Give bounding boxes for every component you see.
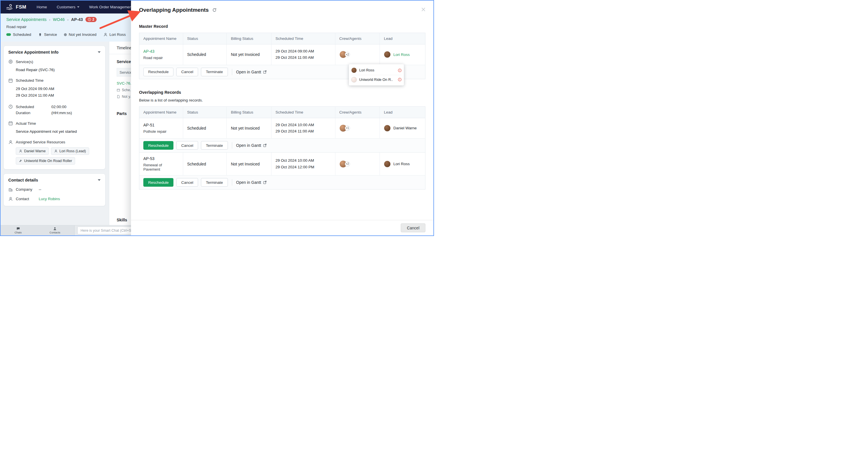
cancel-button[interactable]: Cancel bbox=[176, 141, 198, 150]
field-services: Service(s) Road Repair (SVC-76) bbox=[8, 59, 101, 73]
brand[interactable]: FSM bbox=[6, 3, 26, 11]
lead-name: Daniel Warne bbox=[393, 126, 416, 130]
brand-name: FSM bbox=[16, 4, 26, 10]
scheduled-end: 29 Oct 2024 11:00 AM bbox=[276, 55, 331, 61]
info-icon bbox=[88, 18, 91, 21]
scheduled-start: 29 Oct 2024 09:00 AM bbox=[276, 48, 331, 55]
col-scheduled-time: Scheduled Time bbox=[272, 33, 335, 45]
crew-avatars[interactable]: +2 bbox=[339, 160, 376, 168]
lead-name: Lori Ross bbox=[393, 162, 410, 166]
external-link-icon bbox=[263, 181, 267, 184]
breadcrumb-service-appointments[interactable]: Service Appointments bbox=[6, 17, 46, 22]
status-value: Scheduled bbox=[183, 152, 227, 176]
app-window: FSM Home Customers Work Order Management… bbox=[0, 0, 434, 236]
close-button[interactable] bbox=[421, 7, 426, 13]
field-scheduled-time: Scheduled Time 29 Oct 2024 09:00 AM 29 O… bbox=[8, 78, 101, 99]
terminate-button[interactable]: Terminate bbox=[201, 141, 227, 150]
breadcrumb-wo46[interactable]: WO46 bbox=[53, 17, 65, 22]
contact-link[interactable]: Lucy Robins bbox=[39, 197, 60, 201]
open-in-gantt-link[interactable]: Open in Gantt bbox=[236, 70, 267, 74]
terminate-button[interactable]: Terminate bbox=[201, 68, 227, 76]
crew-more-badge[interactable]: +2 bbox=[345, 52, 350, 57]
person-icon bbox=[8, 197, 13, 201]
contacts-button[interactable]: Contacts bbox=[50, 227, 61, 234]
status-pill-icon bbox=[6, 33, 11, 36]
resource-chip[interactable]: Daniel Warne bbox=[16, 147, 49, 155]
reschedule-button[interactable]: Reschedule bbox=[143, 141, 174, 150]
services-value: Road Repair (SVC-76) bbox=[16, 66, 101, 73]
breadcrumb-separator bbox=[49, 18, 50, 22]
col-crew-agents: Crew/Agents bbox=[335, 33, 380, 45]
open-in-gantt-link[interactable]: Open in Gantt bbox=[236, 143, 267, 148]
dialog-cancel-button[interactable]: Cancel bbox=[401, 224, 425, 232]
crew-avatars[interactable]: +1 bbox=[339, 124, 376, 132]
billing-status: Not yet Invoiced bbox=[64, 32, 97, 37]
contacts-icon bbox=[53, 227, 57, 231]
person-icon bbox=[54, 149, 58, 153]
conflict-info-icon[interactable] bbox=[398, 78, 402, 82]
appointment-subtitle: Renewal of Pavement bbox=[143, 163, 179, 172]
nav-item-work-order-management[interactable]: Work Order Management bbox=[89, 5, 133, 9]
avatar bbox=[351, 67, 357, 73]
conflict-info-icon[interactable] bbox=[398, 68, 402, 72]
badge-icon bbox=[38, 33, 42, 37]
overlapping-records-heading: Overlapping Records bbox=[139, 90, 425, 95]
billing-value: Not yet Invoiced bbox=[227, 118, 272, 139]
avatar bbox=[384, 160, 391, 168]
record-type: Service bbox=[38, 32, 57, 37]
overlap-alert-badge[interactable]: 2 bbox=[86, 17, 97, 22]
open-in-gantt-link[interactable]: Open in Gantt bbox=[236, 180, 267, 185]
field-scheduled-duration: Scheduled Duration 02:00:00 (HH:mm:ss) bbox=[8, 104, 101, 116]
nav-item-customers[interactable]: Customers bbox=[57, 5, 80, 9]
lead-link[interactable]: Lori Ross bbox=[393, 53, 410, 57]
resource-chip[interactable]: Uniworld Ride On Road Roller bbox=[16, 157, 75, 165]
tab-timeline[interactable]: Timeline bbox=[117, 46, 131, 50]
overlap-actions-row: Reschedule Cancel Terminate Open in Gant… bbox=[139, 139, 425, 152]
avatar bbox=[384, 125, 391, 131]
appointment-link[interactable]: AP-43 bbox=[143, 49, 179, 54]
card-title: Service Appointment Info bbox=[8, 50, 59, 55]
billing-value: Not yet Invoiced bbox=[227, 152, 272, 176]
crew-popover-item[interactable]: Uniworld Ride On R.. bbox=[351, 75, 402, 84]
cancel-button[interactable]: Cancel bbox=[176, 178, 198, 187]
crew-popover-item[interactable]: Lori Ross bbox=[351, 66, 402, 75]
billing-value: Not yet Invoiced bbox=[227, 45, 272, 65]
dialog-title: Overlapping Appointments bbox=[139, 7, 209, 13]
scheduled-start: 29 Oct 2024 10:00 AM bbox=[276, 122, 331, 128]
chevron-down-icon bbox=[77, 6, 80, 8]
duration-value: 02:00:00 bbox=[51, 104, 72, 110]
dot-icon bbox=[64, 33, 67, 36]
reschedule-button[interactable]: Reschedule bbox=[143, 68, 174, 76]
reschedule-button[interactable]: Reschedule bbox=[143, 178, 174, 187]
clock-icon bbox=[8, 105, 13, 109]
scheduled-end: 29 Oct 2024 11:00 AM bbox=[276, 128, 331, 135]
crew-avatars[interactable]: +2 bbox=[339, 51, 376, 58]
cancel-button[interactable]: Cancel bbox=[176, 68, 198, 76]
dock: Chats Contacts bbox=[1, 226, 74, 235]
resource-chip[interactable]: Lori Ross (Lead) bbox=[51, 147, 89, 155]
col-billing-status: Billing Status bbox=[227, 107, 272, 118]
scheduled-time-end: 29 Oct 2024 11:00 AM bbox=[16, 92, 101, 99]
crew-more-badge[interactable]: +1 bbox=[345, 126, 350, 131]
chats-button[interactable]: Chats bbox=[14, 227, 22, 234]
calendar-icon bbox=[8, 121, 13, 126]
left-column: Service Appointment Info Service(s) Road… bbox=[3, 46, 105, 210]
collapse-chevron-icon[interactable] bbox=[98, 51, 101, 53]
refresh-button[interactable] bbox=[212, 8, 217, 12]
person-icon bbox=[19, 149, 22, 153]
avatar bbox=[351, 77, 357, 83]
collapse-chevron-icon[interactable] bbox=[98, 179, 101, 181]
fsm-logo-icon bbox=[6, 3, 13, 11]
card-title: Contact details bbox=[8, 178, 38, 182]
person-icon bbox=[8, 140, 13, 145]
actual-time-value: Service Appointment not yet started bbox=[16, 128, 101, 135]
divider bbox=[232, 179, 232, 185]
duration-format: (HH:mm:ss) bbox=[51, 110, 72, 116]
appointment-subtitle: Pothole repair bbox=[143, 129, 179, 134]
overlapping-appointments-dialog: Overlapping Appointments Master Record bbox=[131, 1, 433, 235]
overlapping-records-table: Appointment Name Status Billing Status S… bbox=[139, 107, 425, 190]
nav-item-home[interactable]: Home bbox=[37, 5, 47, 9]
crew-more-badge[interactable]: +2 bbox=[345, 161, 350, 167]
terminate-button[interactable]: Terminate bbox=[201, 178, 227, 187]
master-record-heading: Master Record bbox=[139, 24, 425, 29]
